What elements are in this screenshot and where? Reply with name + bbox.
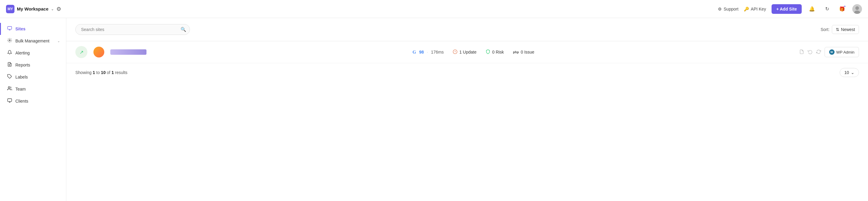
workspace-name: My Workspace [17, 6, 49, 11]
sidebar-item-team[interactable]: Team [0, 83, 66, 95]
page-to: 10 [101, 70, 106, 75]
sidebar-label-clients: Clients [16, 99, 28, 103]
risk-metric: 0 Risk [486, 49, 504, 55]
notifications-button[interactable]: 🔔 [807, 4, 817, 14]
sidebar-item-labels[interactable]: Labels [0, 71, 66, 83]
wp-admin-button[interactable]: W WP Admin [825, 47, 859, 57]
gift-button[interactable]: 🎁 [837, 4, 847, 14]
main-content: 🔍 Sort: ⇅ Newest ↗ [66, 18, 868, 201]
reports-icon [7, 62, 12, 68]
sort-icon: ⇅ [836, 27, 839, 32]
label-icon [7, 74, 12, 80]
site-row: ↗ G 98 · 176ms 1 Upd [66, 41, 868, 63]
history-icon[interactable] [808, 49, 812, 55]
divider: · [427, 49, 428, 55]
workspace-badge: MY [6, 5, 14, 13]
svg-point-1 [855, 6, 859, 10]
api-key-link[interactable]: 🔑 API Key [744, 7, 766, 11]
chevron-down-icon[interactable]: ⌄ [51, 7, 54, 11]
wp-admin-label: WP Admin [836, 50, 855, 55]
trending-up-icon: ↗ [80, 49, 84, 55]
site-actions: W WP Admin [799, 47, 859, 57]
sidebar-item-alerting[interactable]: Alerting [0, 47, 66, 59]
sidebar-label-sites: Sites [16, 27, 25, 31]
sidebar-label-team: Team [16, 87, 26, 92]
sort-button[interactable]: ⇅ Newest [832, 25, 859, 34]
settings-button[interactable]: ⚙ [56, 6, 61, 12]
wordpress-icon: W [829, 49, 835, 55]
sidebar-label-labels: Labels [16, 75, 28, 79]
support-link[interactable]: ⚙ Support [718, 7, 738, 11]
site-favicon [93, 47, 104, 58]
sort-value: Newest [841, 27, 855, 32]
svg-rect-3 [7, 27, 11, 29]
sort-area: Sort: ⇅ Newest [821, 25, 859, 34]
header-left: MY My Workspace ⌄ ⚙ [6, 5, 61, 13]
search-area: 🔍 Sort: ⇅ Newest [66, 18, 868, 41]
sidebar: Sites Bulk Management ⌄ Alerting Reports [0, 18, 66, 201]
avatar[interactable] [852, 4, 862, 14]
sidebar-item-bulk-management[interactable]: Bulk Management ⌄ [0, 35, 66, 47]
issue-count: 0 Issue [521, 49, 534, 55]
sort-label: Sort: [821, 27, 830, 32]
add-site-button[interactable]: + Add Site [772, 4, 802, 14]
risk-count: 0 Risk [492, 49, 504, 55]
bell-icon [7, 50, 12, 56]
refresh-button[interactable]: ↻ [822, 4, 832, 14]
api-key-label: API Key [751, 7, 766, 11]
monitor-icon [7, 26, 12, 32]
google-score-metric: G 98 · 176ms [411, 49, 444, 55]
sidebar-item-sites[interactable]: Sites [0, 23, 66, 35]
php-label: php [513, 50, 519, 54]
issue-metric: php 0 Issue [513, 49, 534, 55]
clients-icon [7, 98, 12, 104]
sidebar-label-reports: Reports [16, 63, 30, 67]
update-icon [453, 49, 458, 55]
svg-point-6 [9, 40, 10, 41]
svg-point-10 [8, 87, 10, 88]
site-status-icon: ↗ [75, 46, 87, 58]
showing-prefix: Showing [75, 70, 93, 75]
footer-area: Showing 1 to 10 of 1 results 10 ⌄ [66, 63, 868, 82]
key-icon: 🔑 [744, 7, 749, 11]
of-label: of [105, 70, 111, 75]
layout: Sites Bulk Management ⌄ Alerting Reports [0, 18, 868, 201]
speed-value: 176ms [431, 49, 444, 55]
file-icon[interactable] [799, 49, 804, 55]
sidebar-item-clients[interactable]: Clients [0, 95, 66, 107]
sidebar-label-bulk: Bulk Management [16, 38, 50, 43]
bulk-chevron-icon: ⌄ [57, 39, 60, 43]
bulk-management-icon [7, 38, 12, 44]
support-icon: ⚙ [718, 7, 722, 11]
results-text: Showing 1 to 10 of 1 results [75, 70, 127, 75]
site-name [110, 49, 147, 55]
update-count: 1 Update [459, 49, 476, 55]
shield-icon [486, 49, 490, 55]
google-icon: G [411, 49, 417, 55]
header: MY My Workspace ⌄ ⚙ ⚙ Support 🔑 API Key … [0, 0, 868, 18]
team-icon [7, 86, 12, 92]
per-page-select[interactable]: 10 ⌄ [840, 68, 859, 77]
sidebar-item-reports[interactable]: Reports [0, 59, 66, 71]
support-label: Support [724, 7, 738, 11]
total: 1 [112, 70, 114, 75]
svg-rect-11 [7, 99, 11, 101]
results-suffix: results [114, 70, 127, 75]
site-metrics: G 98 · 176ms 1 Update 0 Ri [153, 49, 793, 55]
google-score-value: 98 [419, 49, 424, 55]
per-page-chevron-icon: ⌄ [851, 70, 855, 75]
sync-icon[interactable] [816, 49, 821, 55]
update-metric: 1 Update [453, 49, 476, 55]
to-label: to [95, 70, 101, 75]
gift-badge [844, 5, 846, 7]
header-right: ⚙ Support 🔑 API Key + Add Site 🔔 ↻ 🎁 [718, 4, 862, 14]
search-input[interactable] [75, 24, 190, 35]
per-page-value: 10 [844, 70, 849, 75]
sidebar-label-alerting: Alerting [16, 51, 30, 55]
search-button[interactable]: 🔍 [181, 27, 186, 32]
search-input-wrap: 🔍 [75, 24, 190, 35]
